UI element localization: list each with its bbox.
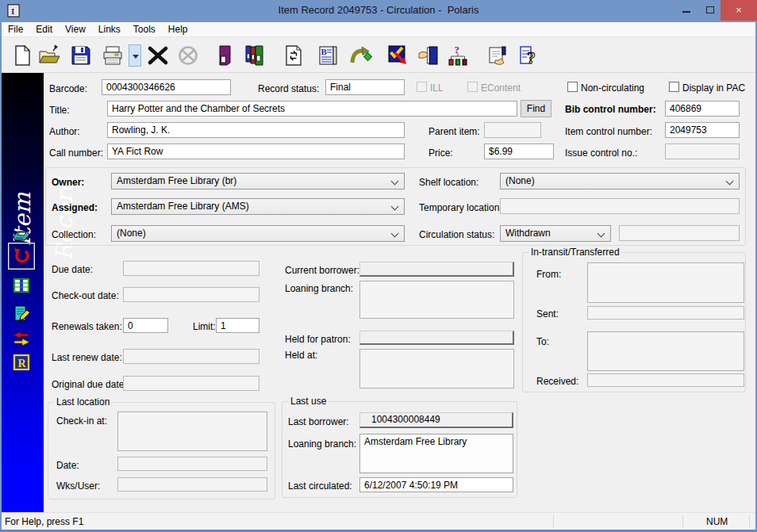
temporary-location-field (500, 198, 740, 214)
circulation-status-combo[interactable]: Withdrawn (500, 225, 611, 242)
toolbar: B ? ? (2, 38, 755, 73)
last-use-loaning-branch-label: Loaning branch: (288, 438, 356, 450)
num-lock-indicator: NUM (706, 516, 728, 527)
last-location-date-field (117, 457, 267, 471)
issue-control-no-field (665, 144, 740, 159)
hierarchy-view-icon[interactable]: ? (447, 44, 469, 67)
jump-to-linked-record-icon[interactable] (350, 44, 372, 67)
statusbar-separator (682, 515, 683, 527)
price-field[interactable]: $6.99 (484, 144, 554, 159)
barcode-label: Barcode: (49, 83, 87, 94)
maximize-icon (706, 6, 714, 13)
save-icon[interactable] (70, 44, 92, 67)
held-for-patron-label: Held for patron: (285, 334, 351, 345)
collection-label: Collection: (52, 229, 96, 240)
menu-help[interactable]: Help (162, 22, 194, 37)
statusbar-help-text: For Help, press F1 (5, 516, 83, 527)
bib-control-number-label: Bib control number: (565, 104, 656, 115)
title-field[interactable]: Harry Potter and the Chamber of Secrets (107, 101, 517, 117)
maximize-button[interactable] (698, 0, 722, 21)
display-in-pac-checkbox[interactable] (669, 82, 679, 92)
current-borrower-label: Current borrower: (285, 265, 359, 276)
last-borrower-label: Last borrower: (288, 416, 349, 427)
dropdown-arrow-icon (133, 55, 139, 59)
claim-item-icon[interactable] (417, 44, 440, 67)
menu-tools[interactable]: Tools (127, 22, 162, 37)
renewals-taken-label: Renewals taken: (52, 321, 122, 332)
record-r-icon[interactable]: R (12, 353, 31, 372)
circulation-status-value: Withdrawn (505, 228, 551, 239)
received-field (587, 373, 744, 387)
statusbar-separator (749, 515, 750, 527)
print-options-dropdown[interactable] (129, 44, 141, 67)
last-borrower-field[interactable]: 1004300008449 (359, 412, 513, 428)
assigned-combo[interactable]: Amsterdam Free Library (AMS) (111, 198, 405, 215)
shelf-location-combo[interactable]: (None) (500, 173, 740, 189)
check-out-date-label: Check-out date: (52, 290, 119, 301)
titlebar: I Item Record 2049753 - Circulation - Po… (0, 0, 757, 22)
circulation-icon[interactable] (12, 247, 31, 266)
menubar: File Edit View Links Tools Help (2, 22, 755, 37)
received-label: Received: (536, 376, 578, 387)
menu-file[interactable]: File (2, 22, 29, 37)
collection-combo[interactable]: (None) (111, 225, 405, 242)
check-in-icon[interactable] (387, 44, 409, 67)
held-at-box (359, 349, 514, 388)
history-arrows-icon[interactable] (12, 329, 31, 348)
menu-links[interactable]: Links (92, 22, 127, 37)
refresh-icon[interactable] (282, 44, 305, 67)
price-label: Price: (428, 147, 453, 159)
original-due-date-field (123, 376, 259, 391)
ill-label: ILL (430, 82, 444, 94)
menu-edit[interactable]: Edit (29, 22, 59, 37)
due-date-field (123, 261, 259, 276)
from-box (587, 262, 744, 303)
item-record-window: I Item Record 2049753 - Circulation - Po… (0, 0, 757, 532)
ledger-icon[interactable] (12, 276, 31, 295)
menu-view[interactable]: View (59, 22, 92, 37)
owner-combo[interactable]: Amsterdam Free Library (br) (111, 173, 405, 189)
close-button[interactable]: × (720, 0, 757, 21)
last-circulated-field[interactable]: 6/12/2007 4:50:19 PM (359, 477, 513, 492)
properties-icon[interactable] (486, 44, 509, 67)
chevron-down-icon (391, 203, 399, 211)
minimize-button[interactable] (674, 0, 698, 21)
delete-icon[interactable] (147, 44, 169, 67)
display-in-pac-label: Display in PAC (682, 82, 745, 94)
help-icon[interactable]: ? (518, 44, 540, 67)
bib-control-number-field[interactable]: 406869 (665, 101, 740, 117)
held-at-label: Held at: (285, 350, 317, 361)
chevron-down-icon (726, 178, 734, 186)
notes-icon[interactable] (12, 304, 31, 323)
print-icon[interactable] (102, 44, 124, 67)
call-number-field[interactable]: YA Fict Row (107, 144, 405, 159)
record-status-field[interactable]: Final (325, 79, 405, 95)
find-button[interactable]: Find (521, 100, 551, 117)
statusbar-separator (553, 515, 554, 527)
statusbar: For Help, press F1 NUM (2, 512, 755, 530)
linked-record-set-binders-icon[interactable] (243, 44, 265, 67)
open-icon[interactable] (38, 44, 60, 67)
check-in-machine-icon[interactable] (12, 225, 31, 244)
renewals-taken-field[interactable]: 0 (123, 318, 168, 333)
limit-field[interactable]: 1 (216, 318, 259, 333)
author-field[interactable]: Rowling, J. K. (107, 122, 405, 138)
new-record-icon[interactable] (11, 44, 33, 67)
original-due-date-label: Original due date: (52, 379, 127, 390)
barcode-field[interactable]: 0004300346626 (102, 79, 231, 95)
wks-user-field (117, 477, 267, 492)
held-for-patron-field[interactable] (359, 331, 514, 345)
in-transit-group-title: In-transit/Transferred (528, 247, 622, 258)
item-record-binder-icon[interactable] (213, 44, 236, 67)
parent-item-label: Parent item: (428, 126, 480, 137)
issue-control-no-label: Issue control no.: (565, 147, 637, 159)
econtent-checkbox (467, 82, 478, 92)
due-date-label: Due date: (52, 264, 93, 275)
item-control-number-field[interactable]: 2049753 (665, 122, 740, 138)
last-use-group-title: Last use (288, 396, 329, 407)
check-out-date-field (123, 287, 259, 302)
non-circulating-checkbox[interactable] (567, 82, 578, 92)
current-borrower-field[interactable] (359, 262, 514, 277)
bib-record-icon[interactable]: B (317, 44, 339, 67)
last-renew-date-label: Last renew date: (52, 352, 122, 363)
